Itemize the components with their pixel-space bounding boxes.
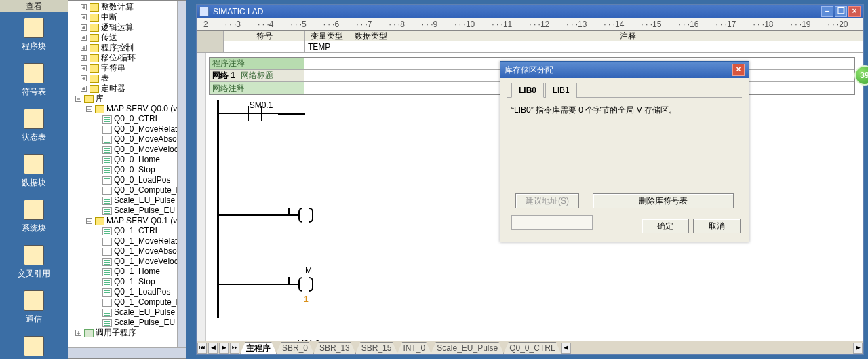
tree-item[interactable]: 整数计算 bbox=[70, 2, 186, 12]
tree-horizontal-scrollbar[interactable] bbox=[68, 347, 186, 358]
tree-item[interactable]: Q0_1_Compute_F bbox=[70, 297, 186, 307]
tree-item[interactable]: Q0_0_MoveRelati bbox=[70, 124, 186, 134]
tab-nav-first[interactable]: ⏮ bbox=[197, 343, 207, 354]
tree-item-library[interactable]: 库 bbox=[70, 94, 186, 104]
tab-nav-next[interactable]: ▶ bbox=[219, 343, 229, 354]
tree-item[interactable]: Q0_0_Home bbox=[70, 155, 186, 165]
vt-header-symbol[interactable]: 符号 bbox=[224, 31, 305, 41]
tab-nav-prev[interactable]: ◀ bbox=[208, 343, 218, 354]
instruction-tree[interactable]: 整数计算 中断 逻辑运算 传送 程序控制 移位/循环 字符串 表 定时器 库 M… bbox=[68, 0, 186, 359]
ladder-diagram[interactable]: SM0.1 M 1 bbox=[217, 100, 529, 277]
nav-data-block[interactable]: 数据块 bbox=[0, 154, 68, 189]
tab-sbr15[interactable]: SBR_15 bbox=[355, 342, 398, 354]
ladder-contact-sm01[interactable]: SM0.1 bbox=[237, 113, 278, 114]
nav-status-chart[interactable]: 状态表 bbox=[0, 109, 68, 143]
vt-cell[interactable] bbox=[393, 41, 863, 52]
expand-icon[interactable] bbox=[81, 14, 87, 20]
nav-communication[interactable]: 通信 bbox=[0, 290, 68, 325]
tab-main[interactable]: 主程序 bbox=[240, 342, 277, 354]
tree-label: Scale_Pulse_EU bbox=[114, 318, 175, 328]
editor-titlebar[interactable]: SIMATIC LAD – ❐ × bbox=[197, 5, 863, 18]
tree-item[interactable]: Q0_1_MoveAbsol bbox=[70, 246, 186, 257]
nav-pg-pc[interactable]: 设置 PG/PC 接口 bbox=[0, 336, 68, 359]
expand-icon[interactable] bbox=[81, 75, 87, 81]
expand-icon[interactable] bbox=[75, 330, 81, 336]
expand-icon[interactable] bbox=[81, 45, 87, 51]
ok-button[interactable]: 确定 bbox=[642, 219, 689, 233]
tree-label: MAP SERV Q0.1 (v1.8 bbox=[106, 216, 186, 226]
tree-item[interactable]: Q0_0_MoveVeloc bbox=[70, 145, 186, 155]
tree-item[interactable]: Q0_0_CTRL bbox=[70, 114, 186, 124]
network-title[interactable]: 网络标题 bbox=[241, 70, 273, 81]
tree-item[interactable]: Q0_1_MoveVeloc bbox=[70, 257, 186, 267]
tree-item[interactable]: Q0_1_Home bbox=[70, 267, 186, 277]
nav-system-block[interactable]: 系统块 bbox=[0, 200, 68, 234]
tab-sbr13[interactable]: SBR_13 bbox=[313, 342, 356, 354]
dialog-titlebar[interactable]: 库存储区分配 × bbox=[500, 62, 749, 78]
vt-header-datatype[interactable]: 数据类型 bbox=[349, 31, 393, 41]
tree-item[interactable]: 定时器 bbox=[70, 83, 186, 94]
tab-scale-eu-pulse[interactable]: Scale_EU_Pulse bbox=[431, 342, 504, 354]
tree-item[interactable]: Q0_1_Stop bbox=[70, 277, 186, 287]
vt-header-vartype[interactable]: 变量类型 bbox=[305, 31, 349, 41]
vt-cell[interactable] bbox=[224, 41, 305, 52]
tree-item[interactable]: Scale_EU_Pulse bbox=[70, 307, 186, 318]
tree-item[interactable]: Scale_Pulse_EU bbox=[70, 206, 186, 216]
expand-icon[interactable] bbox=[81, 35, 87, 41]
tree-item[interactable]: Q0_0_MoveAbsol bbox=[70, 134, 186, 145]
ladder-branch[interactable] bbox=[278, 113, 305, 115]
tree-item[interactable]: Scale_EU_Pulse bbox=[70, 195, 186, 206]
tab-scroll-right[interactable]: ▶ bbox=[853, 343, 863, 354]
tree-item[interactable]: 表 bbox=[70, 73, 186, 83]
tree-item[interactable]: Q0_1_CTRL bbox=[70, 226, 186, 236]
tab-int0[interactable]: INT_0 bbox=[397, 342, 431, 354]
close-button[interactable]: × bbox=[848, 6, 861, 17]
collapse-icon[interactable] bbox=[86, 106, 92, 112]
close-icon[interactable]: × bbox=[732, 64, 745, 76]
tree-item[interactable]: Q0_0_Compute_F bbox=[70, 185, 186, 195]
vt-cell[interactable] bbox=[349, 41, 393, 52]
maximize-button[interactable]: ❐ bbox=[835, 6, 847, 17]
tree-item[interactable]: 逻辑运算 bbox=[70, 22, 186, 33]
nav-cross-ref[interactable]: 交叉引用 bbox=[0, 245, 68, 280]
tree-item[interactable]: Scale_Pulse_EU bbox=[70, 318, 186, 328]
tree-item[interactable]: 程序控制 bbox=[70, 43, 186, 53]
tree-item[interactable]: 字符串 bbox=[70, 63, 186, 73]
expand-icon[interactable] bbox=[81, 86, 87, 92]
nav-symbol-table[interactable]: 符号表 bbox=[0, 63, 68, 98]
dialog-tab-lib0[interactable]: LIB0 bbox=[511, 83, 544, 98]
expand-icon[interactable] bbox=[81, 4, 87, 10]
tab-q00-ctrl[interactable]: Q0_0_CTRL bbox=[503, 342, 561, 354]
collapse-icon[interactable] bbox=[86, 218, 92, 224]
tree-item[interactable]: 移位/循环 bbox=[70, 53, 186, 63]
vt-cell-temp[interactable]: TEMP bbox=[305, 41, 349, 52]
tree-item-mapserv-q01[interactable]: MAP SERV Q0.1 (v1.8 bbox=[70, 216, 186, 226]
cancel-button[interactable]: 取消 bbox=[693, 219, 741, 233]
tree-item[interactable]: Q0_1_LoadPos bbox=[70, 287, 186, 297]
address-field[interactable] bbox=[511, 215, 593, 230]
panel-splitter[interactable] bbox=[186, 0, 192, 359]
tree-item-call-sub[interactable]: 调用子程序 bbox=[70, 328, 186, 338]
tree-item[interactable]: 传送 bbox=[70, 33, 186, 43]
network-name[interactable]: 网络 1 bbox=[212, 70, 235, 81]
dialog-tab-lib1[interactable]: LIB1 bbox=[545, 83, 577, 98]
tree-item[interactable]: Q0_0_LoadPos bbox=[70, 175, 186, 185]
vt-rowhead[interactable] bbox=[197, 41, 224, 52]
expand-icon[interactable] bbox=[81, 65, 87, 71]
nav-program-block[interactable]: 程序块 bbox=[0, 18, 68, 52]
expand-icon[interactable] bbox=[81, 55, 87, 61]
collapse-icon[interactable] bbox=[75, 96, 81, 102]
tree-item[interactable]: 中断 bbox=[70, 12, 186, 22]
tree-item[interactable]: Q0_1_MoveRelati bbox=[70, 236, 186, 246]
program-comment-label[interactable]: 程序注释 bbox=[212, 58, 245, 69]
tree-item[interactable]: Q0_0_Stop bbox=[70, 165, 186, 175]
tree-item-mapserv-q00[interactable]: MAP SERV Q0.0 (v1.8 bbox=[70, 104, 186, 114]
vt-header-comment[interactable]: 注释 bbox=[393, 31, 863, 41]
expand-icon[interactable] bbox=[81, 24, 87, 31]
delete-lib-symbols-button[interactable]: 删除库符号表 bbox=[593, 193, 734, 208]
tab-nav-last[interactable]: ⏭ bbox=[230, 343, 239, 354]
minimize-button[interactable]: – bbox=[821, 6, 833, 17]
network-comment-label[interactable]: 网络注释 bbox=[212, 83, 245, 94]
tab-sbr0[interactable]: SBR_0 bbox=[276, 342, 314, 354]
tab-scroll-left[interactable]: ◀ bbox=[561, 343, 571, 354]
